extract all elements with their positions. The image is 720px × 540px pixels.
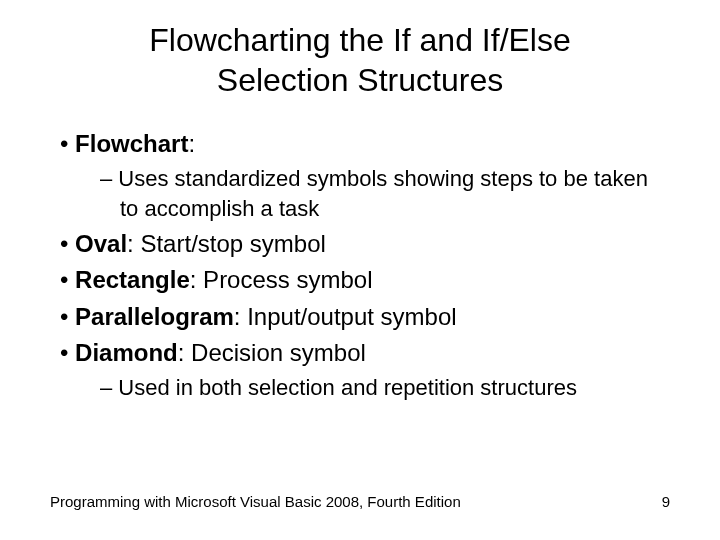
footer-book-title: Programming with Microsoft Visual Basic …	[50, 493, 461, 510]
sub-list-item: Used in both selection and repetition st…	[50, 373, 670, 403]
definition-oval: : Start/stop symbol	[127, 230, 326, 257]
slide-title: Flowcharting the If and If/Else Selectio…	[50, 20, 670, 100]
term-flowchart: Flowchart	[75, 130, 188, 157]
definition-rectangle: : Process symbol	[190, 266, 373, 293]
definition-parallelogram: : Input/output symbol	[234, 303, 457, 330]
list-item: Oval: Start/stop symbol	[50, 228, 670, 260]
term-oval: Oval	[75, 230, 127, 257]
list-item: Parallelogram: Input/output symbol	[50, 301, 670, 333]
term-diamond: Diamond	[75, 339, 178, 366]
colon: :	[188, 130, 195, 157]
term-rectangle: Rectangle	[75, 266, 190, 293]
sub-list-item: Uses standardized symbols showing steps …	[50, 164, 670, 223]
definition-diamond: : Decision symbol	[178, 339, 366, 366]
bullet-list: Flowchart: Uses standardized symbols sho…	[50, 128, 670, 403]
list-item: Diamond: Decision symbol	[50, 337, 670, 369]
list-item: Rectangle: Process symbol	[50, 264, 670, 296]
slide-footer: Programming with Microsoft Visual Basic …	[50, 493, 670, 510]
slide: Flowcharting the If and If/Else Selectio…	[0, 0, 720, 540]
term-parallelogram: Parallelogram	[75, 303, 234, 330]
footer-page-number: 9	[662, 493, 670, 510]
list-item: Flowchart:	[50, 128, 670, 160]
